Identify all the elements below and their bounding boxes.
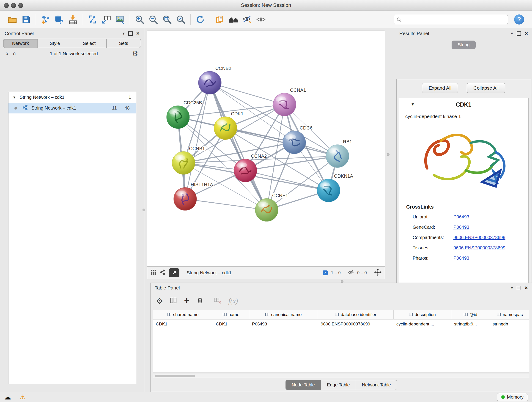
float-panel-icon[interactable] (517, 286, 521, 290)
import-network-database-icon[interactable] (52, 13, 66, 26)
close-panel-icon[interactable]: × (525, 285, 528, 291)
tab-edge-table[interactable]: Edge Table (321, 380, 356, 390)
delete-column-icon[interactable] (196, 297, 204, 305)
network-node[interactable] (214, 117, 237, 140)
network-collection-row[interactable]: ▼ String Network – cdk1 1 (8, 92, 136, 103)
network-node[interactable] (326, 145, 349, 167)
import-table-icon[interactable] (66, 13, 80, 26)
pan-crosshair-icon[interactable] (374, 269, 381, 277)
tab-node-table[interactable]: Node Table (285, 380, 321, 390)
help-button[interactable]: ? (514, 14, 524, 25)
show-all-icon[interactable] (254, 13, 268, 26)
column-header-shared-name[interactable]: shared name (153, 310, 213, 319)
network-row[interactable]: String Network – cdk1 11 48 (8, 103, 136, 114)
zoom-window-button[interactable] (18, 3, 23, 8)
network-graph[interactable]: CCNB2CCNA1CDC25BCDK1CDC6RB1CCNB1CCNA2CDK… (147, 31, 385, 266)
network-node[interactable] (255, 198, 278, 221)
tab-select[interactable]: Select (72, 39, 107, 48)
protein-expand-icon[interactable]: ▼ (411, 102, 415, 107)
search-input[interactable] (394, 15, 508, 24)
export-table-icon[interactable] (99, 13, 113, 26)
open-session-icon[interactable] (6, 13, 19, 26)
table-cell[interactable]: P06493 (249, 319, 318, 329)
splitter-handle[interactable] (387, 153, 389, 156)
add-column-icon[interactable]: + (184, 296, 189, 305)
network-node[interactable] (198, 71, 221, 94)
network-options-gear-icon[interactable]: ⚙ (132, 50, 138, 57)
network-edge[interactable] (210, 83, 285, 104)
network-edge[interactable] (245, 171, 329, 191)
crosslink-value-link[interactable]: 9606.ENSP00000378699 (453, 232, 505, 243)
table-cell[interactable]: CDK1 (153, 319, 213, 329)
network-canvas[interactable]: CCNB2CCNA1CDC25BCDK1CDC6RB1CCNB1CCNA2CDK… (147, 30, 385, 267)
network-node[interactable] (283, 131, 306, 154)
column-header-database-identifier[interactable]: database identifier (318, 310, 394, 319)
export-image-icon[interactable] (113, 13, 127, 26)
collapse-all-button[interactable]: Collapse All (467, 83, 505, 93)
collection-expand-icon[interactable]: ▼ (13, 95, 16, 99)
column-header-namespac[interactable]: namespac (490, 310, 529, 319)
expand-all-button[interactable]: Expand All (422, 83, 458, 93)
panel-menu-icon[interactable]: ▾ (511, 285, 513, 290)
tab-sets[interactable]: Sets (107, 39, 141, 48)
collapse-all-networks-icon[interactable]: » (12, 52, 17, 55)
crosslink-value-link[interactable]: 9606.ENSP00000378699 (453, 243, 505, 253)
crosslink-value-link[interactable]: P06493 (453, 253, 469, 263)
refresh-view-icon[interactable] (193, 13, 207, 26)
table-cell[interactable]: stringdb:9... (451, 319, 490, 329)
column-header-description[interactable]: description (394, 310, 451, 319)
memory-button[interactable]: Memory (497, 393, 528, 401)
export-network-icon[interactable] (86, 13, 99, 26)
network-node[interactable] (167, 106, 190, 128)
panel-menu-icon[interactable]: ▾ (511, 31, 513, 36)
table-cell[interactable]: 9606.ENSP00000378699 (318, 319, 394, 329)
grid-view-icon[interactable] (151, 269, 157, 276)
expand-all-networks-icon[interactable]: » (5, 52, 10, 55)
tab-network-table[interactable]: Network Table (356, 380, 397, 390)
cloud-icon[interactable]: ☁ (4, 394, 11, 401)
panel-menu-icon[interactable]: ▾ (123, 31, 125, 36)
network-edge[interactable] (210, 83, 267, 210)
table-cell[interactable]: cyclin-dependent ... (394, 319, 451, 329)
network-edge[interactable] (185, 199, 267, 210)
table-cell[interactable]: stringdb (490, 319, 529, 329)
first-neighbors-icon[interactable] (227, 13, 240, 26)
float-panel-icon[interactable] (517, 32, 521, 36)
network-node[interactable] (174, 187, 196, 211)
zoom-fit-icon[interactable] (160, 13, 174, 26)
minimize-window-button[interactable] (11, 3, 16, 8)
column-header--id[interactable]: @id (451, 310, 490, 319)
tab-style[interactable]: Style (38, 39, 72, 48)
float-panel-icon[interactable] (128, 32, 133, 36)
network-node[interactable] (273, 93, 296, 116)
detach-view-button[interactable] (169, 268, 179, 277)
copy-annotation-icon[interactable] (213, 13, 227, 26)
hide-selection-icon[interactable] (240, 13, 254, 26)
table-cell[interactable]: CDK1 (213, 319, 249, 329)
column-header-name[interactable]: name (213, 310, 249, 319)
crosslink-value-link[interactable]: P06493 (453, 212, 469, 222)
table-row[interactable]: CDK1CDK1P064939606.ENSP00000378699cyclin… (153, 319, 529, 329)
zoom-in-icon[interactable] (133, 13, 146, 26)
zoom-out-icon[interactable] (146, 13, 160, 26)
import-network-file-icon[interactable] (39, 13, 52, 26)
column-header-canonical-name[interactable]: canonical name (249, 310, 318, 319)
network-node[interactable] (317, 179, 340, 202)
save-session-icon[interactable] (19, 13, 33, 26)
table-options-gear-icon[interactable]: ⚙ (156, 297, 163, 305)
show-columns-icon[interactable] (170, 297, 177, 305)
close-panel-icon[interactable]: × (525, 31, 528, 36)
network-share-icon[interactable] (160, 269, 166, 276)
network-node[interactable] (234, 159, 257, 182)
table-horizontal-scrollbar[interactable] (153, 374, 529, 378)
splitter-handle[interactable] (143, 209, 145, 211)
network-node[interactable] (172, 152, 195, 174)
close-panel-icon[interactable]: × (136, 31, 139, 36)
close-window-button[interactable] (4, 3, 9, 8)
zoom-selected-icon[interactable] (174, 13, 188, 26)
hidden-eye-icon[interactable] (348, 269, 354, 276)
crosslink-value-link[interactable]: P06493 (453, 222, 469, 232)
tab-network[interactable]: Network (3, 39, 38, 48)
selected-checkbox-icon[interactable]: ✓ (323, 270, 328, 275)
tab-string[interactable]: String (452, 41, 475, 49)
